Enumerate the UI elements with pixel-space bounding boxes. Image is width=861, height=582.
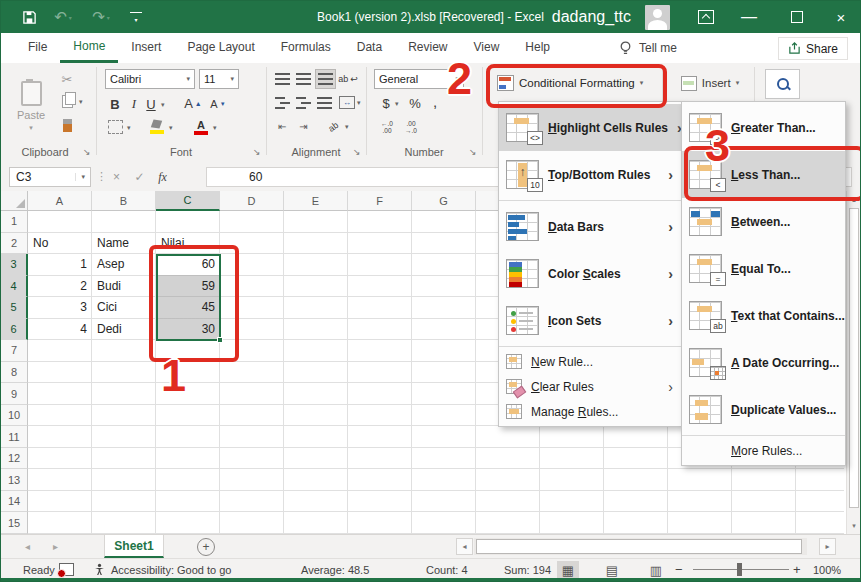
row-header-14[interactable]: 14 [1,491,28,513]
enter-button[interactable]: ✓ [128,170,151,184]
cell-C2[interactable]: Nilai [156,233,220,255]
row-header-7[interactable]: 7 [1,340,28,362]
col-header-F[interactable]: F [348,191,412,211]
row-header-9[interactable]: 9 [1,383,28,405]
underline-dropdown-icon[interactable]: ▾ [161,101,165,109]
menu-item-text-that-contains[interactable]: abText that Contains... [682,292,845,339]
tab-page-layout[interactable]: Page Layout [174,33,267,63]
increase-font-size-button[interactable]: A▲ [183,94,203,112]
cell-B6[interactable]: Dedi [92,319,156,341]
scroll-down-icon[interactable]: ▾ [848,518,860,533]
insert-function-button[interactable]: fx [151,170,174,185]
zoom-level[interactable]: 100% [813,559,841,580]
align-right-icon[interactable] [315,94,334,111]
sheet-nav-left-icon[interactable]: ◂ [25,535,30,558]
row-header-3[interactable]: 3 [1,254,28,276]
currency-format-button[interactable]: $ [379,94,393,112]
row-header-13[interactable]: 13 [1,469,28,491]
decrease-font-size-button[interactable]: A▼ [209,96,227,112]
maximize-button[interactable] [782,1,812,33]
menu-item-clear-rules[interactable]: Clear Rules› [499,374,681,399]
menu-item-color-scales[interactable]: Color Scales› [499,250,681,297]
tab-data[interactable]: Data [344,33,395,63]
new-sheet-button[interactable]: + [197,538,215,556]
orientation-button[interactable]: ab [320,114,346,139]
tab-view[interactable]: View [461,33,513,63]
view-page-layout-button[interactable]: ▤ [601,561,623,579]
col-header-D[interactable]: D [220,191,284,211]
cell-A2[interactable]: No [28,233,92,255]
number-format-combo[interactable]: General▾ [374,69,464,89]
col-header-E[interactable]: E [284,191,348,211]
hscroll-left-icon[interactable]: ◂ [456,538,473,555]
cell-B2[interactable]: Name [92,233,156,255]
cell-B3[interactable]: Asep [92,254,156,276]
alignment-dialog-launcher-icon[interactable]: ↘ [353,147,361,157]
insert-cells-button[interactable]: Insert ▾ [671,71,749,95]
row-header-2[interactable]: 2 [1,233,28,255]
percent-format-button[interactable]: % [407,94,423,112]
menu-item-more-rules[interactable]: More Rules... [682,438,845,463]
tab-home[interactable]: Home [60,33,118,63]
scroll-up-icon[interactable]: ▴ [848,192,860,207]
menu-item-duplicate-values[interactable]: Duplicate Values... [682,386,845,433]
tab-file[interactable]: File [15,33,60,63]
format-painter-button[interactable] [57,117,77,133]
menu-item-less-than[interactable]: <Less Than... [682,151,845,198]
vertical-scroll-thumb[interactable] [849,208,859,508]
col-header-A[interactable]: A [28,191,92,211]
zoom-in-button[interactable]: + [793,559,801,580]
sheet-nav-right-icon[interactable]: ▸ [53,535,58,558]
align-bottom-icon[interactable] [315,69,336,89]
copy-button[interactable] [57,93,77,109]
bold-button[interactable]: B [107,95,123,113]
font-dialog-launcher-icon[interactable]: ↘ [253,147,261,157]
name-box[interactable]: C3▾ [9,167,91,187]
cell-C6[interactable]: 30 [156,319,220,341]
cancel-button[interactable]: × [105,170,128,184]
merge-center-button[interactable]: ↔ [339,94,355,111]
underline-button[interactable]: U [144,95,158,113]
fill-color-button[interactable] [149,119,165,135]
macro-record-icon[interactable] [59,559,74,580]
font-name-combo[interactable]: Calibri▾ [105,69,195,89]
menu-item-equal-to[interactable]: =Equal To... [682,245,845,292]
tab-insert[interactable]: Insert [118,33,174,63]
increase-indent-icon[interactable]: ⇥ [294,118,313,135]
row-header-11[interactable]: 11 [1,426,28,448]
comma-format-button[interactable]: , [429,92,441,110]
cell-C4[interactable]: 59 [156,276,220,298]
row-header-4[interactable]: 4 [1,276,28,298]
select-all-corner[interactable] [1,191,28,211]
ribbon-display-options-icon[interactable] [694,1,718,33]
font-color-button[interactable]: A [193,118,209,136]
col-header-B[interactable]: B [92,191,156,211]
menu-item-data-bars[interactable]: Data Bars› [499,203,681,250]
col-header-C[interactable]: C [156,191,220,211]
menu-item-a-date-occurring[interactable]: A Date Occurring... [682,339,845,386]
zoom-out-button[interactable]: − [675,559,683,580]
close-button[interactable]: × [826,1,856,33]
align-center-icon[interactable] [294,94,313,111]
signed-in-user[interactable]: dadang_ttc [552,1,631,33]
cell-C3[interactable]: 60 [156,254,220,276]
col-header-G[interactable]: G [412,191,476,211]
minimize-button[interactable]: — [734,1,764,33]
menu-item-icon-sets[interactable]: Icon Sets› [499,297,681,344]
row-header-15[interactable]: 15 [1,512,28,534]
number-dialog-launcher-icon[interactable]: ↘ [469,147,477,157]
vertical-scrollbar[interactable]: ▴ ▾ [846,191,860,534]
align-top-icon[interactable] [273,70,292,87]
tab-review[interactable]: Review [395,33,460,63]
fill-handle[interactable] [217,337,223,343]
conditional-formatting-button[interactable]: Conditional Formatting ▾ [491,67,657,98]
search-button[interactable] [765,69,800,99]
menu-item-new-rule[interactable]: New Rule... [499,349,681,374]
align-middle-icon[interactable] [294,70,313,87]
user-avatar[interactable] [645,1,670,33]
font-size-combo[interactable]: 11▾ [199,69,239,89]
row-header-10[interactable]: 10 [1,405,28,427]
share-button[interactable]: Share [778,37,848,60]
name-box-dropdown-icon[interactable]: ▾ [75,173,90,181]
menu-item-greater-than[interactable]: >Greater Than... [682,104,845,151]
